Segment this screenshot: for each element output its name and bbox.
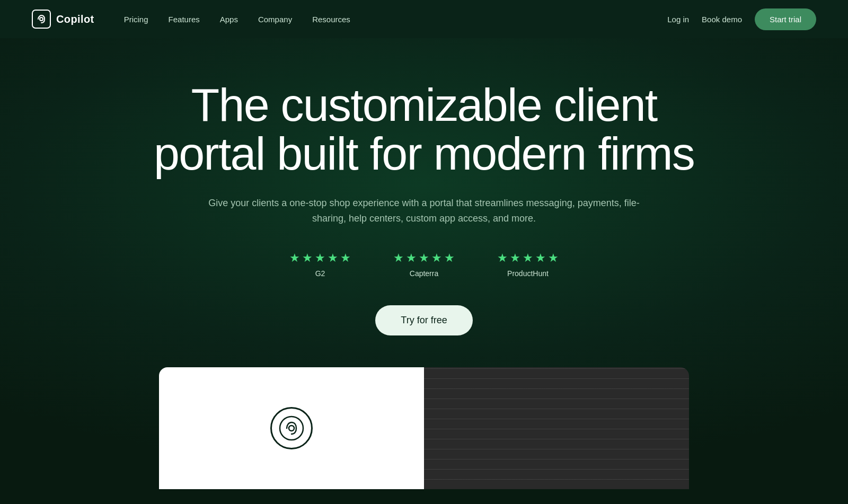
nav-links: Pricing Features Apps Company Resources: [116, 11, 359, 28]
star-2: ★: [302, 251, 313, 265]
preview-left-panel: [159, 367, 424, 489]
producthunt-label: ProductHunt: [507, 269, 549, 278]
star-4: ★: [431, 251, 442, 265]
nav-link-features[interactable]: Features: [160, 11, 208, 28]
star-1: ★: [289, 251, 300, 265]
star-3: ★: [523, 251, 533, 265]
star-4: ★: [535, 251, 546, 265]
nav-login-link[interactable]: Log in: [667, 15, 689, 24]
star-2: ★: [406, 251, 417, 265]
hero-section: The customizable client portal built for…: [0, 38, 848, 504]
capterra-label: Capterra: [410, 269, 438, 278]
nav-link-apps[interactable]: Apps: [211, 11, 246, 28]
star-4: ★: [328, 251, 338, 265]
rating-g2: ★ ★ ★ ★ ★ G2: [289, 251, 351, 278]
producthunt-stars: ★ ★ ★ ★ ★: [497, 251, 559, 265]
star-2: ★: [510, 251, 520, 265]
g2-label: G2: [315, 269, 325, 278]
rating-producthunt: ★ ★ ★ ★ ★ ProductHunt: [497, 251, 559, 278]
ratings-row: ★ ★ ★ ★ ★ G2 ★ ★ ★ ★ ★ Capterra ★ ★ ★: [289, 251, 559, 278]
nav-link-resources[interactable]: Resources: [304, 11, 359, 28]
navbar: Copilot Pricing Features Apps Company Re…: [0, 0, 848, 38]
logo[interactable]: Copilot: [32, 10, 94, 29]
hero-title: The customizable client portal built for…: [132, 81, 716, 179]
svg-rect-0: [32, 10, 50, 28]
preview-copilot-logo: [278, 415, 305, 441]
svg-point-1: [40, 17, 43, 21]
rating-capterra: ★ ★ ★ ★ ★ Capterra: [393, 251, 455, 278]
star-3: ★: [315, 251, 325, 265]
preview-right-panel: [424, 367, 689, 489]
star-5: ★: [548, 251, 559, 265]
logo-icon: [32, 10, 51, 29]
star-1: ★: [497, 251, 508, 265]
g2-stars: ★ ★ ★ ★ ★: [289, 251, 351, 265]
nav-link-company[interactable]: Company: [250, 11, 301, 28]
hero-subtitle: Give your clients a one-stop shop experi…: [207, 196, 641, 226]
preview-section: [106, 367, 742, 489]
preview-logo-circle: [270, 407, 313, 449]
star-1: ★: [393, 251, 404, 265]
capterra-stars: ★ ★ ★ ★ ★: [393, 251, 455, 265]
nav-right: Log in Book demo Start trial: [667, 8, 816, 30]
nav-book-demo-link[interactable]: Book demo: [702, 15, 742, 24]
nav-start-trial-button[interactable]: Start trial: [755, 8, 816, 30]
preview-lines-pattern: [424, 367, 689, 489]
cta-try-free-button[interactable]: Try for free: [375, 305, 472, 335]
svg-point-2: [280, 417, 303, 440]
svg-point-3: [289, 426, 294, 431]
nav-left: Copilot Pricing Features Apps Company Re…: [32, 10, 359, 29]
star-3: ★: [419, 251, 429, 265]
nav-link-pricing[interactable]: Pricing: [116, 11, 157, 28]
star-5: ★: [340, 251, 351, 265]
star-5: ★: [444, 251, 455, 265]
logo-text: Copilot: [56, 13, 94, 25]
